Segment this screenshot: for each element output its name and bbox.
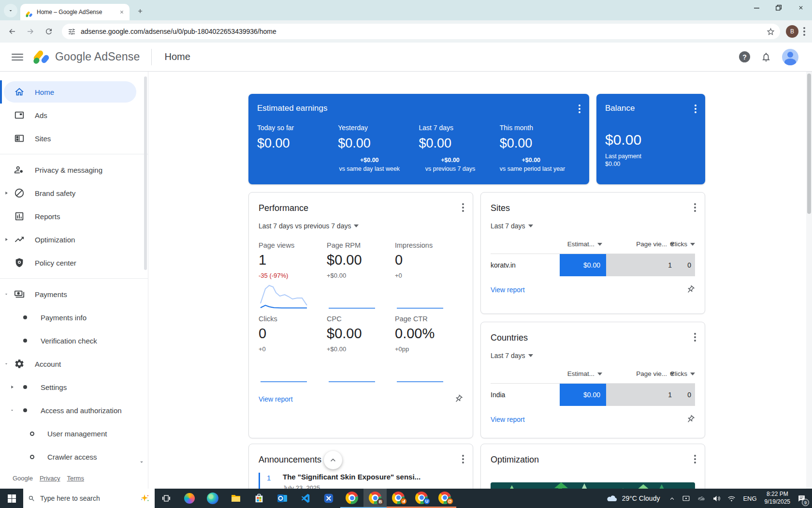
table-row[interactable]: India $0.00 1 0 <box>491 383 695 406</box>
sidebar-item-account[interactable]: Account <box>0 352 148 375</box>
scroll-to-top-button[interactable] <box>324 451 342 469</box>
task-view-button[interactable] <box>155 489 178 508</box>
expand-right-icon[interactable] <box>4 237 10 242</box>
sidebar-item-reports[interactable]: Reports <box>0 205 148 228</box>
outlook-button[interactable] <box>271 489 294 508</box>
start-button[interactable] <box>0 489 23 508</box>
balance-card-menu-button[interactable] <box>692 102 699 116</box>
expand-right-icon[interactable] <box>10 385 15 389</box>
sidebar-item-sites[interactable]: Sites <box>0 127 148 150</box>
countries-header-earnings[interactable]: Estimat... <box>556 370 602 377</box>
vscode-button[interactable] <box>294 489 317 508</box>
announcements-card-menu-button[interactable] <box>459 452 467 466</box>
sidebar-item-policy-center[interactable]: Policy center <box>0 251 148 274</box>
sidebar-item-user-management[interactable]: User management <box>0 422 148 445</box>
account-avatar[interactable] <box>782 49 798 65</box>
reload-button[interactable] <box>41 23 57 40</box>
chrome-profile-chart-button[interactable] <box>387 489 410 508</box>
metric-impressions: Impressions 0 +0 <box>395 241 462 312</box>
chrome-profile-u-button[interactable]: U <box>410 489 433 508</box>
expand-down-icon[interactable] <box>4 361 10 366</box>
pin-icon[interactable] <box>684 413 697 426</box>
back-button[interactable] <box>4 23 20 40</box>
window-close-button[interactable] <box>790 0 812 15</box>
adsense-logo-icon[interactable] <box>32 48 50 66</box>
countries-range-select[interactable]: Last 7 days <box>491 352 533 359</box>
footer-privacy-link[interactable]: Privacy <box>40 475 60 482</box>
file-explorer-button[interactable] <box>224 489 247 508</box>
sidebar-item-brand-safety[interactable]: Brand safety <box>0 181 148 205</box>
sites-header-clicks[interactable]: Clicks <box>679 240 695 248</box>
bookmark-star-icon[interactable] <box>766 27 775 36</box>
earnings-card-menu-button[interactable] <box>576 102 583 116</box>
chrome-profile-b-button[interactable]: B <box>363 489 387 508</box>
pin-icon[interactable] <box>684 283 697 296</box>
page-scrollbar[interactable] <box>806 72 812 489</box>
performance-card-menu-button[interactable] <box>459 200 467 215</box>
sidebar-item-verification-check[interactable]: Verification check <box>0 329 148 352</box>
sites-card-menu-button[interactable] <box>691 200 699 215</box>
sites-range-select[interactable]: Last 7 days <box>491 222 533 230</box>
countries-header-pageviews[interactable]: Page vie... <box>602 370 675 377</box>
tray-wifi-button[interactable] <box>724 489 739 508</box>
sidebar-item-payments-info[interactable]: Payments info <box>0 306 148 329</box>
taskbar-clock[interactable]: 8:22 PM 9/19/2025 <box>761 491 794 506</box>
chrome-profile-at-button[interactable]: @ <box>433 489 456 508</box>
window-restore-button[interactable] <box>768 0 790 15</box>
brand-name[interactable]: Google AdSense <box>55 50 140 63</box>
forward-button[interactable] <box>22 23 39 40</box>
tray-cast-button[interactable] <box>679 489 694 508</box>
sidebar-scrollbar-thumb[interactable] <box>144 76 147 270</box>
taskbar-weather[interactable]: 29°C Cloudy <box>600 489 666 508</box>
sites-view-report-link[interactable]: View report <box>491 286 525 294</box>
sidebar-item-access-authorization[interactable]: Access and authorization <box>0 399 148 422</box>
expand-down-icon[interactable] <box>10 408 15 413</box>
optimization-card-menu-button[interactable] <box>691 452 699 466</box>
chrome-button[interactable] <box>340 489 363 508</box>
tab-search-button[interactable] <box>4 4 17 17</box>
sites-header-pageviews[interactable]: Page vie... <box>602 240 675 248</box>
sidebar-scroll-down-icon[interactable] <box>138 459 145 465</box>
help-icon[interactable]: ? <box>739 51 750 62</box>
tab-close-icon[interactable] <box>118 8 126 16</box>
microsoft-store-button[interactable] <box>247 489 271 508</box>
tray-expand-button[interactable] <box>666 489 679 508</box>
expand-right-icon[interactable] <box>4 191 10 195</box>
x-app-button[interactable] <box>317 489 340 508</box>
countries-header-clicks[interactable]: Clicks <box>679 370 695 377</box>
sites-header-earnings[interactable]: Estimat... <box>556 240 602 248</box>
taskbar-search-box[interactable]: Type here to search <box>23 489 155 508</box>
site-clicks-cell: 0 <box>679 254 695 276</box>
browser-profile-avatar[interactable]: B <box>786 25 798 38</box>
tray-onedrive-button[interactable] <box>694 489 709 508</box>
countries-view-report-link[interactable]: View report <box>491 416 525 423</box>
language-indicator[interactable]: ENG <box>739 495 760 502</box>
announcement-list-item[interactable]: 1 The "Significant Skin Exposure" sensi.… <box>259 473 463 489</box>
sidebar-item-optimization[interactable]: Optimization <box>0 228 148 251</box>
scrollbar-thumb[interactable] <box>807 74 811 214</box>
sidebar-item-ads[interactable]: Ads <box>0 104 148 127</box>
browser-tab[interactable]: Home – Google AdSense <box>20 4 130 20</box>
table-row[interactable]: koratv.in $0.00 1 0 <box>491 254 695 276</box>
sidebar-item-payments[interactable]: Payments <box>0 283 148 306</box>
browser-menu-button[interactable] <box>800 24 808 39</box>
new-tab-button[interactable] <box>133 4 147 18</box>
sidebar-item-home[interactable]: Home <box>0 80 148 104</box>
address-bar[interactable]: adsense.google.com/adsense/u/0/pub-18040… <box>62 24 780 39</box>
sidebar-item-settings[interactable]: Settings <box>0 375 148 399</box>
tray-volume-button[interactable] <box>709 489 724 508</box>
pin-icon[interactable] <box>452 392 465 405</box>
action-center-button[interactable]: 9 <box>794 489 812 508</box>
countries-card-menu-button[interactable] <box>691 330 699 344</box>
notifications-bell-icon[interactable] <box>761 52 771 62</box>
performance-view-report-link[interactable]: View report <box>259 395 293 403</box>
footer-terms-link[interactable]: Terms <box>67 475 84 482</box>
performance-range-select[interactable]: Last 7 days vs previous 7 days <box>259 222 359 230</box>
expand-down-icon[interactable] <box>4 292 10 297</box>
menu-hamburger-icon[interactable] <box>12 51 23 63</box>
window-minimize-button[interactable] <box>745 0 768 15</box>
sidebar-item-crawler-access[interactable]: Crawler access <box>0 445 148 468</box>
edge-button[interactable] <box>201 489 224 508</box>
sidebar-item-privacy-messaging[interactable]: Privacy & messaging <box>0 158 148 181</box>
copilot-button[interactable] <box>178 489 201 508</box>
